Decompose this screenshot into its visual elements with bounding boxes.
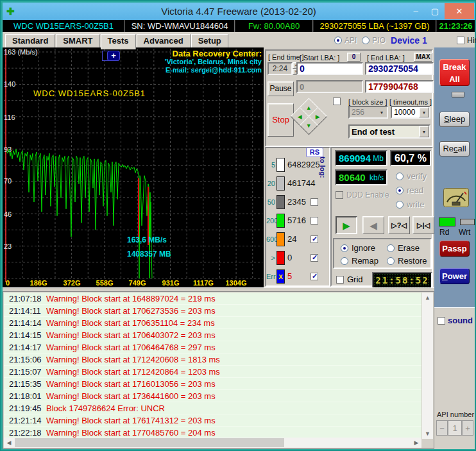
to-log-checkbox[interactable] (310, 273, 318, 280)
log-message: Warning! Block start at 1736441600 = 203… (46, 391, 216, 401)
log-entry[interactable]: 21:18:01Warning! Block start at 17364416… (4, 390, 421, 402)
histogram-row: 20461744 (266, 174, 329, 192)
log-entry[interactable]: 21:14:17Warning! Block start at 17064647… (4, 341, 421, 353)
arrow-left-icon: ◀ (298, 113, 302, 119)
log-entry[interactable]: 21:15:07Warning! Block start at 17124208… (4, 366, 421, 378)
start-lba-input[interactable]: 0 (296, 62, 363, 75)
scroll-right-icon[interactable]: ▶ (411, 438, 421, 448)
block-option-checkbox[interactable] (333, 98, 341, 105)
svg-text:93: 93 (4, 146, 12, 153)
svg-text:931G: 931G (162, 279, 180, 287)
recall-button[interactable]: Recall (439, 141, 470, 157)
log-message: Warning! Block start at 1706403072 = 203… (46, 330, 216, 340)
stop-button[interactable]: Stop (268, 103, 294, 137)
log-entry[interactable]: 21:07:18Warning! Block start at 16488970… (4, 293, 421, 305)
histogram-color-swatch (276, 232, 285, 246)
pio-radio-label: PIO (372, 36, 386, 45)
end-action-combo[interactable]: End of test ▼ (348, 124, 430, 139)
remap-radio[interactable] (341, 257, 348, 265)
minimize-button[interactable]: – (406, 3, 425, 19)
log-list: 21:07:18Warning! Block start at 16488970… (4, 293, 421, 439)
grid-checkbox[interactable] (336, 276, 344, 284)
log-entry[interactable]: 21:21:14Warning! Block start at 17617413… (4, 414, 421, 427)
end-lba-max-button[interactable]: MAX (414, 53, 432, 62)
ddd-enable-checkbox[interactable] (336, 191, 343, 199)
start-lba-reset-button[interactable]: 0 (347, 53, 361, 62)
log-entry[interactable]: 21:14:15Warning! Block start at 17064030… (4, 329, 421, 341)
write-radio[interactable] (396, 201, 404, 208)
ignore-radio[interactable] (341, 244, 348, 252)
window-title: Victoria 4.47 Freeware (2013-02-20) (3, 6, 475, 17)
power-button[interactable]: Power (439, 268, 470, 284)
to-log-checkbox[interactable] (310, 254, 318, 262)
histogram-color-swatch (276, 158, 285, 172)
block-size-combo[interactable]: 256 ▼ (348, 106, 388, 119)
chevron-down-icon[interactable]: ▼ (377, 107, 387, 117)
sidebar-bottom-panel: sound API number − 1 + (434, 307, 475, 449)
log-horizontal-scrollbar[interactable]: ◀ ▶ (4, 438, 421, 448)
seek-skip-button[interactable]: ▷|◁ (412, 216, 434, 234)
maximize-button[interactable]: ▢ (425, 3, 445, 19)
sound-checkbox[interactable] (438, 317, 445, 325)
pio-radio[interactable] (362, 37, 370, 44)
sleep-button[interactable]: Sleep (439, 112, 470, 127)
log-message: Block 1749786624 Error: UNCR (46, 404, 165, 413)
chevron-down-icon[interactable]: ▼ (419, 107, 429, 117)
error-x-icon: x (277, 270, 284, 283)
to-log-checkbox[interactable] (310, 235, 318, 243)
log-timestamp: 21:15:07 (4, 367, 46, 377)
seek-question-button[interactable]: ▷?◁ (388, 216, 410, 234)
tab-tests[interactable]: Tests (101, 34, 136, 49)
reverse-button[interactable]: ◀ (362, 216, 384, 234)
erase-radio[interactable] (387, 244, 395, 252)
hints-checkbox[interactable] (457, 37, 464, 44)
svg-text:163 (Mb/s): 163 (Mb/s) (4, 48, 38, 56)
progress-percent-lcd: 60,7 % (390, 150, 431, 166)
sound-label: sound (448, 316, 473, 325)
close-button[interactable]: ✕ (445, 3, 474, 19)
api-plus-button[interactable]: + (462, 420, 473, 436)
scroll-up-icon[interactable]: ▲ (422, 293, 433, 303)
elapsed-timer-led: 21:58:52 (372, 272, 432, 289)
to-log-checkbox[interactable] (310, 198, 318, 206)
scroll-down-icon[interactable]: ▼ (422, 429, 433, 439)
tab-smart[interactable]: SMART (56, 34, 99, 47)
passport-button[interactable]: Passp (439, 241, 470, 257)
device-selector[interactable]: Device 1 (391, 35, 427, 46)
log-entry[interactable]: 21:14:14Warning! Block start at 17063511… (4, 317, 421, 329)
break-all-button[interactable]: Break All (439, 59, 470, 86)
scale-plus-button[interactable]: + (107, 51, 120, 61)
restore-radio[interactable] (387, 257, 395, 265)
tab-setup[interactable]: Setup (191, 34, 228, 47)
log-entry[interactable]: 21:15:06Warning! Block start at 17124206… (4, 353, 421, 366)
end-time-spinbox[interactable]: 2:24 (268, 62, 293, 75)
log-vertical-scrollbar[interactable]: ▲ ▼ (422, 293, 433, 439)
read-radio[interactable] (396, 187, 404, 194)
indicator-button[interactable] (452, 92, 464, 98)
timeout-combo[interactable]: 10000 ▼ (391, 106, 430, 119)
tab-standard[interactable]: Standard (5, 34, 55, 47)
verify-radio[interactable] (396, 173, 404, 180)
start-test-button[interactable]: ▶ (336, 216, 357, 234)
end-lba-input[interactable]: 2930275054 (365, 62, 434, 75)
scroll-left-icon[interactable]: ◀ (4, 438, 14, 448)
scrollbar-thumb[interactable] (15, 438, 284, 447)
tab-advanced[interactable]: Advanced (137, 34, 191, 47)
log-entry[interactable]: 21:15:35Warning! Block start at 17160130… (4, 378, 421, 390)
log-timestamp: 21:19:45 (4, 404, 46, 413)
remap-radio-label: Remap (352, 256, 378, 266)
drive-model: WDC WD15EARS-00Z5B1 (3, 20, 124, 32)
write-activity-led (460, 219, 475, 225)
api-number-stepper: − 1 + (436, 420, 473, 436)
api-minus-button[interactable]: − (436, 420, 448, 436)
pause-button[interactable]: Pause (268, 81, 294, 96)
api-radio[interactable] (334, 37, 342, 44)
progress-percent-value: 60,7 % (395, 153, 427, 164)
erase-radio-label: Erase (398, 243, 420, 253)
to-log-checkbox[interactable] (310, 217, 318, 225)
log-entry[interactable]: 21:14:11Warning! Block start at 17062735… (4, 305, 421, 317)
readout-speed: 163,6 MB/s (127, 233, 171, 247)
progress-mb-value: 869094 (339, 153, 371, 164)
chevron-down-icon[interactable]: ▼ (419, 126, 429, 137)
log-entry[interactable]: 21:19:45Block 1749786624 Error: UNCR (4, 402, 421, 414)
